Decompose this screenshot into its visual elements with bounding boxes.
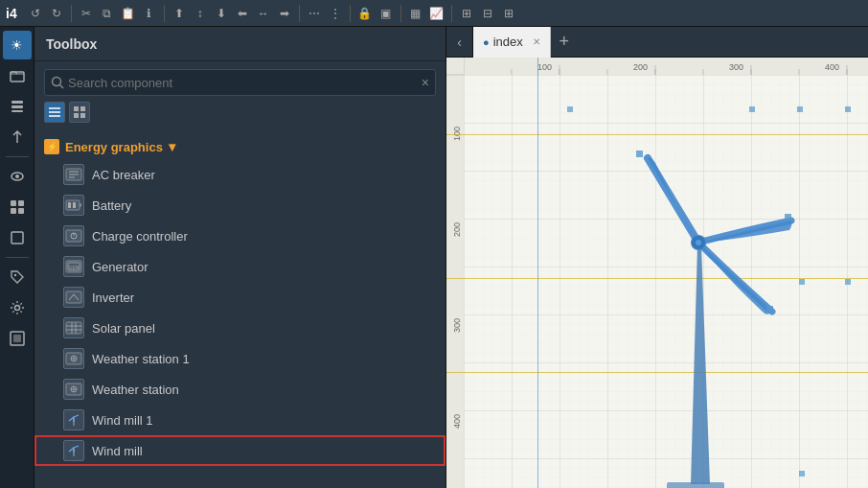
align-mid-icon[interactable]: ↕ <box>192 5 209 22</box>
list-item[interactable]: AC breaker <box>34 159 445 190</box>
tab-dot-icon: ● <box>483 36 490 48</box>
add-tab-button[interactable]: + <box>551 27 578 58</box>
svg-text:200: 200 <box>452 222 462 237</box>
svg-rect-10 <box>11 232 23 244</box>
sidebar-item-box2[interactable] <box>3 324 32 353</box>
grid2-icon[interactable]: ⊟ <box>479 5 496 22</box>
comp-label-solar-panel: Solar panel <box>92 321 155 336</box>
lock-icon[interactable]: 🔒 <box>356 5 374 22</box>
svg-point-15 <box>53 78 61 86</box>
tab-close-icon[interactable]: ✕ <box>533 36 540 47</box>
category-icon: ⚡ <box>44 139 59 154</box>
sidebar-item-gear[interactable] <box>3 293 32 322</box>
list-item[interactable]: Weather station 1 <box>34 343 445 374</box>
svg-point-61 <box>73 447 75 449</box>
svg-rect-6 <box>11 200 16 206</box>
sidebar-item-arrow[interactable] <box>3 123 32 151</box>
svg-text:400: 400 <box>452 414 462 429</box>
list-item[interactable]: Battery <box>34 190 445 221</box>
redo-icon[interactable]: ↻ <box>48 5 65 22</box>
svg-rect-99 <box>667 482 724 488</box>
grid-view-button[interactable] <box>69 102 90 123</box>
paste-icon[interactable]: 📋 <box>120 5 137 22</box>
sidebar-item-eye[interactable] <box>3 162 32 191</box>
list-item[interactable]: GEN Generator <box>34 251 445 282</box>
comp-label-weather-station-1: Weather station 1 <box>92 352 190 366</box>
tab-bar: ‹ ● index ✕ + <box>446 27 868 58</box>
svg-rect-30 <box>68 202 71 208</box>
list-item[interactable]: Solar panel <box>34 313 445 343</box>
comp-icon-inverter <box>63 287 84 308</box>
comp-icon-solar-panel <box>63 317 84 338</box>
svg-point-12 <box>14 306 19 311</box>
svg-rect-101 <box>785 214 791 221</box>
svg-rect-22 <box>74 113 79 118</box>
comp-label-weather-station: Weather station <box>92 383 179 397</box>
svg-text:100: 100 <box>537 62 552 72</box>
align-center-icon[interactable]: ↔ <box>255 5 272 22</box>
list-item[interactable]: Charge controller <box>34 221 445 251</box>
comp-label-battery: Battery <box>92 198 131 213</box>
comp-icon-weather-station-1 <box>63 348 84 369</box>
dist-v-icon[interactable]: ⋮ <box>327 5 344 22</box>
left-iconbar: ☀ <box>0 27 34 488</box>
ruler-horizontal: 100 200 300 400 <box>446 58 868 75</box>
group-icon[interactable]: ▣ <box>377 5 395 22</box>
cut-icon[interactable]: ✂ <box>78 5 95 22</box>
svg-rect-20 <box>74 106 79 111</box>
comp-label-ac-breaker: AC breaker <box>92 168 155 182</box>
list-item[interactable]: Wind mill 1 <box>34 405 445 435</box>
svg-rect-2 <box>11 105 23 108</box>
search-input[interactable] <box>68 76 422 90</box>
sidebar-item-box[interactable] <box>3 223 32 252</box>
sep-iconbar-2 <box>6 257 29 258</box>
tab-back-button[interactable]: ‹ <box>446 27 473 58</box>
svg-line-16 <box>60 85 64 89</box>
sidebar-item-grid[interactable] <box>3 193 32 221</box>
undo-icon[interactable]: ↺ <box>27 5 44 22</box>
svg-rect-29 <box>80 203 81 207</box>
list-view-button[interactable] <box>44 102 65 123</box>
canvas-grid[interactable]: 100 200 300 400 <box>446 58 868 488</box>
category-label: Energy graphics <box>65 140 163 154</box>
comp-icon-weather-station <box>63 379 84 400</box>
info-icon[interactable]: ℹ <box>141 5 158 22</box>
canvas-area: ‹ ● index ✕ + 100 200 300 400 <box>446 27 868 488</box>
toolbox-panel: Toolbox × ⚡ Energy graphics ▾ <box>34 27 446 488</box>
svg-rect-38 <box>66 291 81 303</box>
comp-icon-charge-controller <box>63 225 84 246</box>
sidebar-item-layers[interactable] <box>3 92 32 121</box>
windmill-svg[interactable] <box>542 81 849 488</box>
list-item[interactable]: Weather station <box>34 374 445 405</box>
grid-icon[interactable]: ⊞ <box>458 5 475 22</box>
sep6 <box>451 5 452 22</box>
search-clear-button[interactable]: × <box>422 75 429 90</box>
category-header-energy[interactable]: ⚡ Energy graphics ▾ <box>34 134 445 159</box>
svg-rect-23 <box>80 113 85 118</box>
sidebar-item-tag[interactable] <box>3 263 32 291</box>
dist-h-icon[interactable]: ⋯ <box>306 5 323 22</box>
sep5 <box>400 5 401 22</box>
copy-icon[interactable]: ⧉ <box>99 5 116 22</box>
comp-icon-ac-breaker <box>63 164 84 185</box>
sidebar-item-folder[interactable] <box>3 61 32 90</box>
align-top-icon[interactable]: ⬆ <box>171 5 188 22</box>
chart-line-icon[interactable]: 📈 <box>428 5 445 22</box>
toolbox-search-area: × <box>34 61 445 130</box>
svg-rect-100 <box>636 151 643 157</box>
list-item[interactable]: Inverter <box>34 282 445 313</box>
snap-icon[interactable]: ⊞ <box>500 5 517 22</box>
toolbox-title: Toolbox <box>34 27 445 61</box>
list-item-selected[interactable]: Wind mill <box>34 435 445 466</box>
comp-label-charge-controller: Charge controller <box>92 229 188 244</box>
canvas-tab[interactable]: ● index ✕ <box>473 27 551 58</box>
align-bottom-icon[interactable]: ⬇ <box>213 5 230 22</box>
chart-bar-icon[interactable]: ▦ <box>407 5 424 22</box>
svg-point-5 <box>15 174 19 178</box>
align-right-icon[interactable]: ➡ <box>276 5 293 22</box>
align-left-icon[interactable]: ⬅ <box>234 5 251 22</box>
sidebar-item-sun[interactable]: ☀ <box>3 31 32 59</box>
comp-icon-wind-mill <box>63 440 84 461</box>
svg-rect-7 <box>18 200 24 206</box>
comp-icon-battery <box>63 195 84 216</box>
